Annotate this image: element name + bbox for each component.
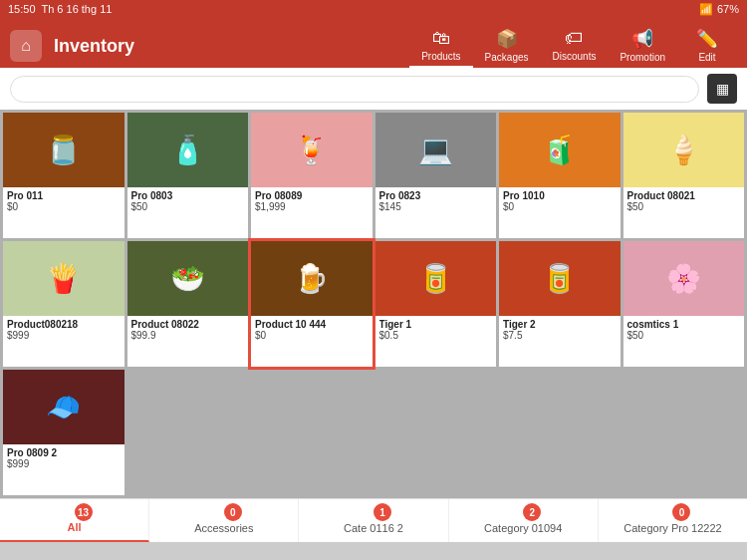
status-time: 15:50 Th 6 16 thg 11 <box>8 3 112 15</box>
tab-all-label: All <box>68 521 82 533</box>
product-card[interactable]: 🍹 Pro 08089 $1,999 <box>251 113 373 238</box>
tab-accessories[interactable]: 0 Accessories <box>149 499 299 542</box>
product-info: Product 08021 $50 <box>623 187 745 216</box>
battery-icon: 67% <box>717 3 739 15</box>
tab-category01094-label: Category 01094 <box>484 522 562 534</box>
nav-discounts[interactable]: 🏷 Discounts <box>541 24 609 68</box>
product-price: $50 <box>627 201 741 212</box>
home-icon: ⌂ <box>21 37 31 55</box>
product-info: cosmtics 1 $50 <box>623 316 745 345</box>
product-name: Tiger 1 <box>379 319 493 330</box>
product-info: Pro 1010 $0 <box>499 187 621 216</box>
product-card[interactable]: 🧴 Pro 0803 $50 <box>127 113 249 238</box>
product-card[interactable]: 🥫 Tiger 2 $7.5 <box>499 241 621 367</box>
product-price: $0.5 <box>379 330 493 341</box>
product-image: 💻 <box>375 113 497 187</box>
product-name: Pro 08089 <box>255 190 369 201</box>
tab-all[interactable]: 13 All <box>0 499 149 542</box>
nav-promotion[interactable]: 📢 Promotion <box>608 24 677 68</box>
product-name: Product 10 444 <box>255 319 369 330</box>
tab-accessories-label: Accessories <box>194 522 253 534</box>
page-title: Inventory <box>54 36 409 57</box>
tab-cate0116[interactable]: 1 Cate 0116 2 <box>299 499 448 542</box>
product-card[interactable]: 🫙 Pro 011 $0 <box>3 113 124 238</box>
product-name: Tiger 2 <box>503 319 617 330</box>
product-name: Pro 0823 <box>379 190 493 201</box>
tab-category01094-badge: 2 <box>523 503 541 521</box>
product-image: 🫙 <box>3 113 124 187</box>
tab-categorypro[interactable]: 0 Category Pro 12222 <box>599 499 747 542</box>
product-name: Pro 011 <box>7 190 121 201</box>
nav-packages-label: Packages <box>485 52 529 63</box>
product-image: 🧢 <box>3 370 124 444</box>
product-price: $99.9 <box>131 330 245 341</box>
product-card[interactable]: 🍟 Product080218 $999 <box>3 241 124 367</box>
product-info: Product 08022 $99.9 <box>127 316 249 345</box>
product-info: Product 10 444 $0 <box>251 316 373 345</box>
product-price: $0 <box>7 201 121 212</box>
product-image: 🥫 <box>499 241 621 316</box>
bottom-tabs: 13 All 0 Accessories 1 Cate 0116 2 2 Cat… <box>0 498 747 542</box>
product-image: 🍺 <box>251 241 373 316</box>
product-image: 🍹 <box>251 113 373 187</box>
product-info: Tiger 2 $7.5 <box>499 316 621 345</box>
nav-promotion-label: Promotion <box>620 52 665 63</box>
nav-edit[interactable]: ✏️ Edit <box>677 24 737 68</box>
product-info: Tiger 1 $0.5 <box>375 316 497 345</box>
product-card[interactable]: 💻 Pro 0823 $145 <box>375 113 497 238</box>
status-indicators: 📶 67% <box>699 3 739 16</box>
product-price: $0 <box>503 201 617 212</box>
nav-packages[interactable]: 📦 Packages <box>473 24 541 68</box>
qr-button[interactable]: ▦ <box>707 74 737 104</box>
product-info: Product080218 $999 <box>3 316 124 345</box>
tab-all-badge: 13 <box>75 503 93 521</box>
product-name: cosmtics 1 <box>627 319 741 330</box>
product-info: Pro 08089 $1,999 <box>251 187 373 216</box>
product-image: 🥫 <box>375 241 497 316</box>
product-info: Pro 0823 $145 <box>375 187 497 216</box>
product-card[interactable]: 🧃 Pro 1010 $0 <box>499 113 621 238</box>
discounts-icon: 🏷 <box>565 28 583 49</box>
tab-cate0116-badge: 1 <box>374 503 391 521</box>
product-image: 🌸 <box>623 241 745 316</box>
product-card[interactable]: 🧢 Pro 0809 2 $999 <box>3 370 124 495</box>
product-name: Pro 0803 <box>131 190 245 201</box>
product-price: $50 <box>131 201 245 212</box>
product-image: 🍦 <box>623 113 745 187</box>
tab-category01094[interactable]: 2 Category 01094 <box>449 499 599 542</box>
product-card[interactable]: 🥫 Tiger 1 $0.5 <box>375 241 497 367</box>
product-info: Pro 0809 2 $999 <box>3 444 124 473</box>
product-price: $7.5 <box>503 330 617 341</box>
tab-categorypro-badge: 0 <box>672 503 690 521</box>
product-image: 🥗 <box>127 241 249 316</box>
nav-products[interactable]: 🛍 Products <box>409 24 472 68</box>
tab-cate0116-label: Cate 0116 2 <box>344 522 403 534</box>
product-image: 🍟 <box>3 241 124 316</box>
products-icon: 🛍 <box>432 28 450 49</box>
home-button[interactable]: ⌂ <box>10 30 42 62</box>
edit-icon: ✏️ <box>696 28 718 50</box>
product-card[interactable]: 🍺 Product 10 444 $0 <box>251 241 373 367</box>
product-price: $0 <box>255 330 369 341</box>
product-price: $1,999 <box>255 201 369 212</box>
product-price: $50 <box>627 330 741 341</box>
wifi-icon: 📶 <box>699 3 713 16</box>
packages-icon: 📦 <box>496 28 518 50</box>
product-price: $999 <box>7 458 121 469</box>
nav-edit-label: Edit <box>698 52 715 63</box>
product-name: Pro 1010 <box>503 190 617 201</box>
product-card[interactable]: 🌸 cosmtics 1 $50 <box>623 241 745 367</box>
top-nav: 🛍 Products 📦 Packages 🏷 Discounts 📢 Prom… <box>409 24 737 68</box>
product-image: 🧃 <box>499 113 621 187</box>
product-price: $145 <box>379 201 493 212</box>
nav-products-label: Products <box>421 51 460 62</box>
product-card[interactable]: 🍦 Product 08021 $50 <box>623 113 745 238</box>
tab-accessories-badge: 0 <box>224 503 242 521</box>
product-name: Product 08021 <box>627 190 741 201</box>
search-bar: ▦ <box>0 68 747 110</box>
search-input[interactable] <box>10 76 699 103</box>
promotion-icon: 📢 <box>631 28 653 50</box>
product-price: $999 <box>7 330 121 341</box>
product-image: 🧴 <box>127 113 249 187</box>
product-card[interactable]: 🥗 Product 08022 $99.9 <box>127 241 249 367</box>
